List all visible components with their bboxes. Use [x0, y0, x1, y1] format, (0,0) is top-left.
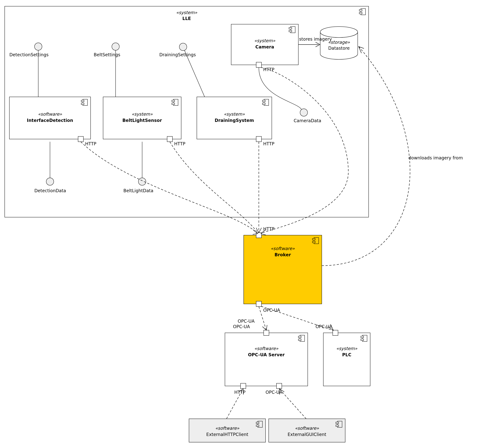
uml-diagram: «system» LLE «storage» Datastore «system…: [0, 0, 485, 448]
camera-component: «system» Camera HTTP: [231, 24, 298, 72]
cameradata-icon: [300, 109, 308, 116]
svg-text:DetectionData: DetectionData: [34, 188, 66, 193]
svg-text:«system»: «system»: [254, 38, 275, 43]
svg-text:«system»: «system»: [132, 112, 153, 117]
svg-text:«system»: «system»: [336, 346, 357, 351]
plc-component: «system» PLC OPC-UA: [316, 324, 370, 386]
svg-text:OPC-UA: OPC-UA: [266, 390, 282, 395]
svg-text:«software»: «software»: [38, 112, 62, 117]
svg-text:ExternalHTTPClient: ExternalHTTPClient: [206, 432, 248, 437]
svg-text:HTTP: HTTP: [234, 390, 246, 395]
svg-rect-38: [256, 136, 262, 142]
svg-text:Broker: Broker: [274, 252, 291, 257]
drainingsettings-icon: [179, 43, 187, 51]
svg-rect-45: [256, 232, 262, 238]
svg-text:DrainingSettings: DrainingSettings: [159, 52, 196, 57]
svg-text:DrainingSystem: DrainingSystem: [215, 118, 254, 123]
svg-text:OPC-UA: OPC-UA: [238, 319, 254, 324]
beltlightdata-icon: [138, 178, 146, 185]
svg-text:BeltSettings: BeltSettings: [94, 52, 120, 57]
cameradata-label: CameraData: [294, 118, 321, 123]
svg-text:«software»: «software»: [295, 426, 319, 431]
opcua-server: «software» OPC-UA Server OPC-UA HTTP OPC…: [225, 324, 308, 395]
interface-detection: «software» InterfaceDetection HTTP: [9, 97, 96, 146]
svg-text:HTTP: HTTP: [174, 141, 185, 146]
svg-rect-61: [333, 330, 338, 336]
svg-text:HTTP: HTTP: [263, 226, 274, 232]
svg-text:«software»: «software»: [254, 346, 278, 351]
svg-text:BeltLightSensor: BeltLightSensor: [122, 118, 162, 123]
svg-rect-54: [240, 383, 246, 389]
stores-imagery-label: stores imagery: [299, 37, 332, 42]
svg-rect-42: [244, 235, 322, 304]
svg-text:HTTP: HTTP: [85, 141, 96, 146]
svg-text:OPC-UA: OPC-UA: [316, 324, 332, 329]
svg-text:OPC-UA Server: OPC-UA Server: [248, 352, 285, 357]
svg-rect-29: [167, 136, 172, 142]
lle-name: LLE: [183, 16, 191, 21]
svg-text:BeltLightData: BeltLightData: [123, 188, 153, 193]
svg-text:ExternalGUIClient: ExternalGUIClient: [287, 432, 326, 437]
datastore: «storage» Datastore: [320, 27, 358, 59]
lle-stereo: «system»: [176, 10, 197, 15]
detectiondata-icon: [46, 178, 54, 185]
svg-text:«software»: «software»: [271, 246, 295, 251]
svg-text:DetectionSettings: DetectionSettings: [9, 52, 48, 57]
broker-component: «software» Broker HTTP OPC-UA: [244, 226, 322, 313]
svg-rect-47: [256, 301, 262, 307]
svg-text:OPC-UA: OPC-UA: [233, 324, 250, 329]
svg-rect-52: [264, 330, 269, 336]
camera-port: [256, 62, 262, 67]
svg-point-9: [320, 27, 358, 38]
detectionsettings-icon: [34, 43, 42, 50]
draining-system: «system» DrainingSystem HTTP: [197, 97, 274, 146]
svg-text:PLC: PLC: [342, 352, 351, 357]
beltsettings-icon: [112, 43, 119, 50]
svg-text:«system»: «system»: [224, 112, 245, 117]
svg-rect-20: [78, 136, 83, 142]
external-gui-client: «software» ExternalGUIClient: [269, 419, 345, 442]
external-http-client: «software» ExternalHTTPClient: [189, 419, 266, 442]
svg-text:Camera: Camera: [255, 44, 274, 49]
svg-text:InterfaceDetection: InterfaceDetection: [27, 118, 73, 123]
svg-rect-56: [277, 383, 282, 389]
svg-text:Datastore: Datastore: [328, 46, 350, 51]
svg-rect-58: [323, 333, 370, 386]
svg-text:HTTP: HTTP: [263, 141, 274, 146]
downloads-label: downloads imagery from: [408, 155, 463, 160]
svg-rect-49: [225, 333, 308, 386]
svg-text:«software»: «software»: [215, 426, 239, 431]
svg-text:OPC-UA: OPC-UA: [263, 308, 280, 313]
belt-light-sensor: «system» BeltLightSensor HTTP: [103, 97, 185, 146]
